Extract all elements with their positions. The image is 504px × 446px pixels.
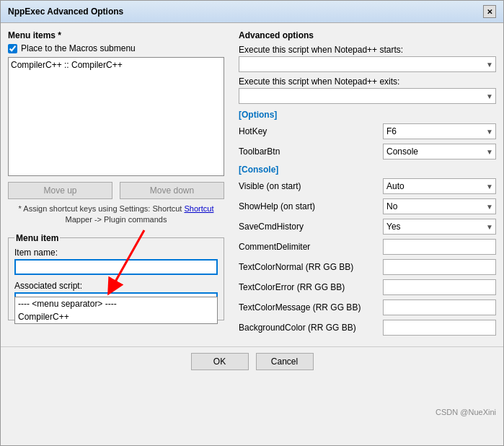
bgcolor-input[interactable]: 0 bbox=[383, 320, 496, 336]
execute-start-label: Execute this script when Notepad++ start… bbox=[239, 45, 496, 55]
textmessage-label: TextColorMessage (RR GG BB) bbox=[239, 302, 383, 312]
left-panel: Menu items * Place to the Macros submenu… bbox=[8, 30, 231, 339]
options-section-label: [Options] bbox=[239, 110, 496, 120]
texterror-input[interactable]: A0 10 10 bbox=[383, 279, 496, 295]
hotkey-dropdown-wrapper: F6 ▼ bbox=[383, 123, 496, 139]
menu-item-fieldset: Menu item Item name: Associated script: … bbox=[8, 233, 224, 320]
right-panel: Advanced options Execute this script whe… bbox=[231, 30, 496, 339]
comment-input[interactable]: // bbox=[383, 239, 496, 255]
checkbox-row: Place to the Macros submenu bbox=[8, 43, 224, 53]
menu-items-list[interactable]: CompilerC++ :: CompilerC++ bbox=[8, 57, 224, 176]
comment-label: CommentDelimiter bbox=[239, 242, 383, 252]
showhelp-label: ShowHelp (on start) bbox=[239, 201, 383, 211]
showhelp-row: ShowHelp (on start) No ▼ bbox=[239, 198, 496, 215]
ok-button[interactable]: OK bbox=[191, 353, 249, 370]
visible-label: Visible (on start) bbox=[239, 181, 383, 191]
advanced-options-label: Advanced options bbox=[239, 30, 496, 40]
title-bar: NppExec Advanced Options ✕ bbox=[1, 1, 503, 23]
associated-script-label: Associated script: bbox=[14, 281, 218, 291]
execute-exit-dropdown-wrapper: ▼ bbox=[239, 88, 496, 104]
macros-submenu-checkbox[interactable] bbox=[8, 44, 17, 53]
footer-buttons: OK Cancel bbox=[1, 346, 503, 376]
textnormal-input[interactable]: 00 00 00 bbox=[383, 259, 496, 275]
move-down-button[interactable]: Move down bbox=[120, 182, 224, 199]
watermark: CSDN @NueXini bbox=[436, 408, 496, 416]
hotkey-row: HotKey F6 ▼ bbox=[239, 123, 496, 140]
close-button[interactable]: ✕ bbox=[483, 5, 496, 18]
savecmd-row: SaveCmdHistory Yes ▼ bbox=[239, 218, 496, 235]
bgcolor-label: BackgroundColor (RR GG BB) bbox=[239, 323, 383, 333]
textmessage-row: TextColorMessage (RR GG BB) 20 80 20 bbox=[239, 299, 496, 316]
hotkey-select[interactable]: F6 bbox=[383, 123, 496, 139]
shortcut-link[interactable]: Shortcut bbox=[184, 204, 213, 213]
item-name-label: Item name: bbox=[14, 248, 218, 258]
toolbarbtn-select[interactable]: Console bbox=[383, 144, 496, 159]
associated-script-row: Associated script: ---- <menu separator>… bbox=[14, 281, 218, 308]
menu-list-item[interactable]: CompilerC++ :: CompilerC++ bbox=[11, 60, 221, 70]
showhelp-select[interactable]: No bbox=[383, 198, 496, 214]
item-name-row: Item name: bbox=[14, 248, 218, 275]
hotkey-label: HotKey bbox=[239, 126, 383, 136]
move-buttons: Move up Move down bbox=[8, 182, 224, 199]
menu-items-label: Menu items * bbox=[8, 30, 224, 40]
dropdown-list-item-separator[interactable]: ---- <menu separator> ---- bbox=[15, 297, 217, 310]
savecmd-label: SaveCmdHistory bbox=[239, 222, 383, 232]
texterror-row: TextColorError (RR GG BB) A0 10 10 bbox=[239, 279, 496, 296]
visible-row: Visible (on start) Auto ▼ bbox=[239, 178, 496, 195]
item-name-input[interactable] bbox=[14, 259, 218, 275]
execute-exit-label: Execute this script when Notepad++ exits… bbox=[239, 76, 496, 87]
dropdown-list: ---- <menu separator> ---- CompilerC++ bbox=[14, 297, 218, 324]
visible-select[interactable]: Auto bbox=[383, 178, 496, 194]
shortcut-note: * Assign shortcut keys using Settings: S… bbox=[8, 204, 224, 226]
cancel-button[interactable]: Cancel bbox=[256, 353, 314, 370]
textnormal-row: TextColorNormal (RR GG BB) 00 00 00 bbox=[239, 258, 496, 276]
move-up-button[interactable]: Move up bbox=[8, 182, 112, 199]
dialog-title: NppExec Advanced Options bbox=[8, 6, 123, 17]
texterror-label: TextColorError (RR GG BB) bbox=[239, 282, 383, 292]
toolbarbtn-label: ToolbarBtn bbox=[239, 147, 383, 157]
comment-row: CommentDelimiter // bbox=[239, 238, 496, 255]
toolbarbtn-row: ToolbarBtn Console ▼ bbox=[239, 143, 496, 160]
toolbarbtn-dropdown-wrapper: Console ▼ bbox=[383, 144, 496, 159]
savecmd-select[interactable]: Yes bbox=[383, 219, 496, 235]
execute-exit-select[interactable] bbox=[239, 88, 496, 104]
console-section-label: [Console] bbox=[239, 165, 496, 175]
dialog-window: NppExec Advanced Options ✕ Menu items * … bbox=[0, 0, 504, 446]
checkbox-label: Place to the Macros submenu bbox=[21, 43, 136, 53]
execute-start-select[interactable] bbox=[239, 56, 496, 72]
menu-item-legend: Menu item bbox=[14, 233, 60, 243]
bgcolor-row: BackgroundColor (RR GG BB) 0 bbox=[239, 319, 496, 336]
execute-start-dropdown-wrapper: ▼ bbox=[239, 56, 496, 72]
textnormal-label: TextColorNormal (RR GG BB) bbox=[239, 262, 383, 272]
dropdown-list-item-compiler[interactable]: CompilerC++ bbox=[15, 310, 217, 323]
textmessage-input[interactable]: 20 80 20 bbox=[383, 299, 496, 315]
